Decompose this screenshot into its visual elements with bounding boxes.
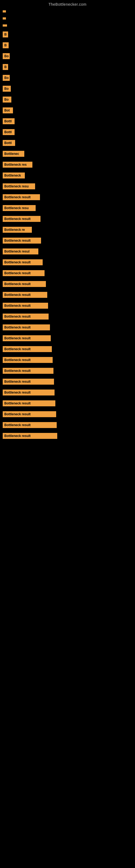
list-item: B	[3, 64, 135, 70]
list-item: Bottleneck result	[3, 411, 135, 417]
bottleneck-label	[3, 24, 7, 27]
list-item: Bottleneck result	[3, 270, 135, 276]
bottleneck-label: Bottleneck result	[3, 422, 57, 428]
list-item: Bottleneck result	[3, 292, 135, 298]
bottleneck-label: Bottleneck result	[3, 324, 50, 330]
site-title: TheBottlenecker.com	[0, 0, 135, 8]
list-item: Bottleneck result	[3, 281, 135, 287]
list-item: Bottl	[3, 140, 135, 146]
bottleneck-label: Bottleneck result	[3, 292, 47, 298]
bottleneck-label: Bottleneck resu	[3, 205, 36, 211]
site-title-container: TheBottlenecker.com	[0, 0, 135, 8]
bottleneck-label: Bottleneck result	[3, 433, 57, 439]
bottleneck-label: Bottleneck	[3, 173, 25, 179]
list-item: Bottleneck result	[3, 368, 135, 374]
bottleneck-label: Bottleneck result	[3, 238, 41, 244]
bottleneck-label: Bo	[3, 86, 11, 92]
bottleneck-label: Bottl	[3, 140, 15, 146]
list-item: Bo	[3, 53, 135, 59]
list-item: Bottleneck result	[3, 400, 135, 406]
list-item: Bottleneck result	[3, 303, 135, 309]
list-item: B	[3, 42, 135, 48]
bottleneck-label: Bottleneck result	[3, 390, 54, 396]
bottleneck-label: Bottleneck res	[3, 162, 32, 167]
bottleneck-label: Bottleneck result	[3, 270, 45, 276]
list-item: Bottl	[3, 118, 135, 124]
bottleneck-label: B	[3, 31, 8, 37]
list-item: Bottleneck	[3, 173, 135, 179]
list-item: Bottleneck result	[3, 216, 135, 222]
bottleneck-label: Bo	[3, 75, 10, 81]
bottleneck-label: Bottleneck result	[3, 281, 46, 287]
list-item: Bottleneck resu	[3, 205, 135, 211]
list-item: Bo	[3, 86, 135, 92]
list-item: Bottleneck result	[3, 335, 135, 341]
bottleneck-label: Bottleneck result	[3, 259, 43, 265]
list-item: Bottleneck result	[3, 194, 135, 200]
bottleneck-label: Bottleneck result	[3, 216, 41, 222]
bottleneck-label: Bottleneck result	[3, 346, 52, 352]
bottleneck-label: B	[3, 64, 8, 70]
bottleneck-label: Bottleneck result	[3, 411, 56, 417]
list-item: Bo	[3, 75, 135, 81]
list-item: Bottleneck result	[3, 314, 135, 319]
bottleneck-label: Bo	[3, 97, 11, 102]
list-item: Bottleneck resul	[3, 248, 135, 254]
list-item: B	[3, 31, 135, 37]
list-item	[3, 10, 135, 12]
bottleneck-label	[3, 10, 6, 12]
list-item: Bottleneck result	[3, 357, 135, 363]
list-item: Bottlenec	[3, 151, 135, 157]
bottleneck-label: Bottlenec	[3, 151, 24, 157]
bottleneck-label: Bottleneck result	[3, 368, 53, 374]
list-item	[3, 18, 135, 20]
bottleneck-label: Bo	[3, 53, 10, 59]
bottleneck-label: Bottl	[3, 118, 14, 124]
list-item: Bottleneck res	[3, 162, 135, 167]
bottleneck-label: Bottl	[3, 129, 14, 135]
bottleneck-label: B	[3, 42, 9, 48]
list-item: Bottleneck result	[3, 238, 135, 244]
list-item: Bottleneck result	[3, 324, 135, 330]
bottleneck-label: Bottleneck result	[3, 400, 55, 406]
list-item: Bottleneck result	[3, 390, 135, 396]
bottleneck-label: Bottleneck result	[3, 314, 49, 319]
bottleneck-label	[3, 18, 6, 20]
list-item: Bottl	[3, 129, 135, 135]
list-item: Bottleneck result	[3, 433, 135, 439]
bottleneck-label: Bottleneck result	[3, 303, 48, 309]
bottleneck-label: Bottleneck resu	[3, 183, 35, 189]
bottleneck-label: Bottleneck result	[3, 357, 53, 363]
bottleneck-label: Bottleneck result	[3, 335, 51, 341]
list-item	[3, 24, 135, 27]
list-item: Bottleneck result	[3, 422, 135, 428]
list-item: Bottleneck result	[3, 379, 135, 384]
bottleneck-label: Bottleneck re	[3, 227, 32, 233]
bottleneck-label: Bottleneck resul	[3, 248, 38, 254]
list-item: Bot	[3, 107, 135, 113]
list-item: Bottleneck resu	[3, 183, 135, 189]
items-container: BBBoBBoBoBoBotBottlBottlBottlBottlenecBo…	[0, 8, 135, 446]
list-item: Bottleneck re	[3, 227, 135, 233]
list-item: Bottleneck result	[3, 346, 135, 352]
list-item: Bo	[3, 97, 135, 102]
bottleneck-label: Bottleneck result	[3, 194, 40, 200]
list-item: Bottleneck result	[3, 259, 135, 265]
bottleneck-label: Bot	[3, 107, 13, 113]
bottleneck-label: Bottleneck result	[3, 379, 54, 384]
